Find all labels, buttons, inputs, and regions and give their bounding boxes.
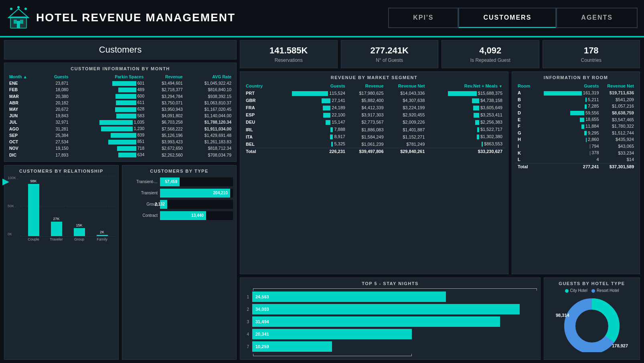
rev-guests: 8,917 [272, 133, 348, 141]
month-cell: JUN [8, 112, 42, 119]
rev-guests: 7,888 [272, 126, 348, 133]
room-table-row: K 378 $33,234 [515, 149, 636, 156]
month-cell: ABR [8, 100, 42, 106]
avgrate-cell: $1,788,120.34 [184, 119, 233, 125]
rev-table-row: GBR 27,141 $5,882,400 $4,307,638 $4,738,… [243, 97, 505, 104]
customer-table-box: CUSTOMER INFORMATION BY MONTH Month ▲ Gu… [4, 63, 237, 162]
col-month: Month ▲ [8, 73, 42, 80]
parking-bar-cell: 489 [70, 86, 145, 93]
bottom-left-charts: CUSTOMERS BY RELATIONSHIP 100K . 50K . 0… [4, 165, 237, 360]
tab-agents[interactable]: AGENTS [556, 8, 638, 28]
room-revnet: $8,638,759 [601, 110, 636, 116]
room-cell: L [515, 156, 535, 163]
avgrate-cell: $708,034.79 [184, 151, 233, 158]
kpi-label: N° of Guests [348, 57, 432, 63]
room-revnet: $14 [601, 156, 636, 163]
info-room-box: INFORMATION BY ROOM Room Guests Revenue … [512, 71, 640, 274]
type-bar-row: Transient-... 57,459 [126, 177, 233, 186]
room-col-room: Room [515, 82, 535, 90]
room-revnet: $3,547,465 [601, 116, 636, 123]
stay-bar-fill: 34,003 [252, 304, 520, 314]
customers-title: Customers [99, 45, 142, 55]
room-guests: 161,319 [535, 90, 601, 96]
customer-table-row: JUN 19,843 583 $4,091,802 $1,140,044.00 [8, 112, 233, 119]
month-cell: DIC [8, 151, 42, 158]
type-bar-label: Transient-... [126, 179, 158, 184]
parking-bar-cell: 1,230 [70, 126, 145, 132]
customer-table-row: SEP 25,384 839 $5,126,196 $1,429,691.48 [8, 132, 233, 139]
revenue-cell: $2,262,560 [145, 151, 184, 158]
avgrate-cell: $1,045,922.42 [184, 80, 233, 86]
revenue-cell: $2,718,377 [145, 86, 184, 93]
rel-bar-xlabel: Couple [24, 237, 43, 241]
room-cell: C [515, 103, 535, 110]
header-divider [0, 36, 644, 37]
room-total-row: Total277,241$37,301,589 [515, 163, 636, 170]
revenue-cell: $5,126,196 [145, 132, 184, 139]
type-bar-label: Contract [126, 213, 158, 218]
stay-bar-value: 24,563 [255, 294, 269, 299]
rev-table-row: ESP 22,100 $3,917,303 $2,920,455 $3,253,… [243, 111, 505, 118]
stay-bar-fill: 24,563 [252, 292, 446, 302]
kpi-value: 277.241K [348, 45, 432, 56]
stay-bar-row: 4 20,341 [243, 329, 537, 339]
rev-revnet: $781,249 [386, 141, 427, 148]
rel-bar-xlabel: Traveler [47, 237, 66, 241]
customer-table-row: ABR 20,182 611 $3,750,071 $1,063,810.37 [8, 100, 233, 106]
type-bar-track: 204,210 [160, 189, 233, 198]
tab-kpis[interactable]: KPI'S [388, 8, 458, 28]
customer-table-row: AGO 31,281 1,230 $7,568,222 $1,911,034.0… [8, 126, 233, 132]
left-arrow-nav[interactable]: ▶ [2, 176, 9, 187]
kpi-card-1: 277.241K N° of Guests [341, 40, 439, 68]
rev-revenue: $3,917,303 [348, 111, 386, 118]
room-cell: I [515, 143, 535, 150]
col-guests: Guests [42, 73, 70, 80]
guests-cell: 20,380 [42, 93, 70, 99]
rev-country: PRT [243, 90, 272, 97]
guests-cell: 19,150 [42, 145, 70, 151]
avgrate-cell: $1,911,034.00 [184, 126, 233, 132]
rev-revenue: $17,980,625 [348, 90, 386, 97]
rev-revmeals: $3,253,411 [427, 111, 505, 118]
rel-bar-group: 27K [47, 176, 66, 236]
rev-revnet: $4,307,638 [386, 97, 427, 104]
room-guests: 18,655 [535, 116, 601, 123]
avgrate-cell: $818,712.34 [184, 145, 233, 151]
guests-cell: 32,971 [42, 119, 70, 125]
stay-bar-row: 1 24,563 [243, 292, 537, 302]
bar-value-label: 27K [53, 217, 59, 221]
rev-col-revmeals: Rev.Net + Meals ▼ [427, 82, 505, 90]
customer-table-title: CUSTOMER INFORMATION BY MONTH [8, 66, 233, 71]
room-guests: 7,285 [535, 103, 601, 110]
stay-bar-track: 31,494 [252, 316, 537, 327]
logo-area: HOTEL REVENUE MANAGEMENT [6, 6, 263, 30]
room-guests: 5,211 [535, 96, 601, 103]
month-cell: SEP [8, 132, 42, 139]
bar-value-label: 2K [100, 230, 104, 234]
y-label-50k: 50K . [8, 204, 20, 208]
room-col-guests: Guests [535, 82, 601, 90]
rev-country: DEU [243, 118, 272, 126]
customer-table-row: MAR 20,380 600 $3,294,784 $938,392.15 [8, 93, 233, 99]
rev-country: FRA [243, 104, 272, 111]
revenue-cell: $7,568,222 [145, 126, 184, 132]
parking-bar-cell: 718 [70, 145, 145, 151]
month-cell: FEB [8, 86, 42, 93]
month-cell: NOV [8, 145, 42, 151]
room-cell: E [515, 116, 535, 123]
parking-bar-cell: 634 [70, 151, 145, 158]
customer-table-row: OCT 27,534 851 $3,993,423 $1,261,183.83 [8, 139, 233, 145]
room-table-row: A 161,319 $19,711,636 [515, 90, 636, 96]
avgrate-cell: $938,392.15 [184, 93, 233, 99]
rev-revenue: $1,584,249 [348, 133, 386, 141]
stay-bar-fill: 31,494 [252, 316, 500, 327]
room-guests: 9,295 [535, 130, 601, 137]
middle-row: REVENUE BY MARKET SEGMENT Country Guests… [240, 71, 640, 274]
room-revnet: $1,057,216 [601, 103, 636, 110]
rev-col-revnet: Revenue Net [386, 82, 427, 90]
rev-col-revenue: Revenue [348, 82, 386, 90]
rel-bar-xlabel: Group [69, 237, 89, 241]
city-hotel-value: 98,314 [556, 313, 569, 318]
tab-customers[interactable]: CUSTOMERS [458, 8, 556, 28]
customer-table-row: NOV 19,150 718 $2,672,650 $818,712.34 [8, 145, 233, 151]
